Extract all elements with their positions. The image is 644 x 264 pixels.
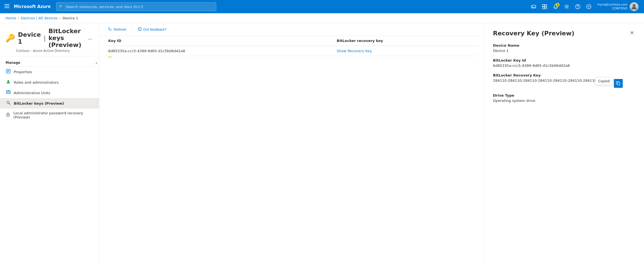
panel-device-name: Device Name Device 1 (493, 43, 635, 53)
cell-recovery-key: Show Recovery Key (333, 46, 478, 56)
more-options-button[interactable]: ... (86, 35, 94, 41)
drive-type-label: Drive Type (493, 93, 635, 97)
sidebar-roles-label: Roles and administrators (14, 80, 59, 85)
svg-point-12 (587, 4, 591, 9)
sidebar-manage-label: Manage (0, 56, 99, 66)
user-menu[interactable]: myra@contoso.com CONTOSO (595, 1, 641, 12)
refresh-button[interactable]: Refresh (105, 25, 130, 33)
page-header: 🔑 Device 1 | BitLocker keys (Preview) ..… (0, 23, 99, 56)
title-separator: | (44, 35, 46, 41)
panel-bitlocker-key-id: BitLocker Key Id 6d85335a-ccc5-4399-9d65… (493, 58, 635, 68)
cloud-shell-button[interactable] (529, 2, 539, 12)
svg-point-30 (139, 28, 139, 29)
sidebar-item-admin-units[interactable]: Administrative Units (0, 88, 99, 98)
admin-units-icon (6, 90, 11, 96)
content-area: 🔑 Device 1 | BitLocker keys (Preview) ..… (0, 23, 644, 264)
svg-point-28 (8, 115, 8, 116)
roles-icon (6, 80, 11, 85)
sidebar-item-bitlocker[interactable]: BitLocker keys (Preview) (0, 98, 99, 109)
main-layout: Home › Devices | All devices › Device 1 … (0, 13, 644, 264)
breadcrumb-home[interactable]: Home (6, 16, 16, 20)
svg-rect-0 (4, 4, 9, 5)
panel-bitlocker-recovery-key: BitLocker Recovery Key 284110-284110-284… (493, 73, 635, 88)
nav-actions: 1 myra@contoso.com (529, 1, 641, 12)
feedback-icon (138, 27, 142, 32)
search-placeholder: Search resources, services, and docs (G+… (66, 5, 143, 9)
directory-button[interactable] (540, 2, 550, 12)
properties-icon (6, 69, 11, 75)
sidebar-bitlocker-label: BitLocker keys (Preview) (14, 101, 64, 105)
global-search[interactable]: 🔍 Search resources, services, and docs (… (56, 2, 216, 11)
sidebar-item-properties[interactable]: Properties (0, 67, 99, 77)
sidebar-admin-units-label: Administrative Units (14, 91, 50, 95)
table-header-row: Key ID BitLocker recovery key (105, 36, 478, 46)
bitlocker-key-id-value: 6d85335a-ccc5-4399-9d65-d1c5b06d42a8 (493, 64, 635, 68)
right-panel: Recovery Key (Preview) ✕ Device Name Dev… (484, 23, 644, 264)
svg-point-29 (138, 27, 141, 31)
svg-rect-21 (6, 91, 10, 94)
main-content: Refresh Got feedback? (99, 23, 484, 264)
refresh-label: Refresh (114, 27, 126, 31)
left-panel: 🔑 Device 1 | BitLocker keys (Preview) ..… (0, 23, 99, 264)
notification-count: 1 (556, 3, 559, 7)
cell-key-id: 6d85335a-ccc5-4399-9d65-d1c5b06d42a8 (105, 46, 333, 56)
brand-logo: Microsoft Azure (14, 4, 51, 9)
right-panel-header: Recovery Key (Preview) ✕ (493, 30, 635, 37)
svg-point-14 (589, 6, 590, 6)
sidebar-properties-label: Properties (14, 70, 32, 74)
svg-rect-6 (545, 4, 547, 6)
col-recovery-key: BitLocker recovery key (333, 36, 478, 46)
sidebar-item-local-admin[interactable]: Local administrator password recovery (P… (0, 109, 99, 122)
feedback-label: Got feedback? (143, 27, 167, 31)
user-avatar (630, 2, 638, 11)
top-navigation: Microsoft Azure 🔍 Search resources, serv… (0, 0, 644, 13)
svg-point-9 (566, 6, 568, 7)
copied-tooltip: Copied (595, 77, 613, 85)
panel-drive-type: Drive Type Operating system drive (493, 93, 635, 103)
right-panel-title: Recovery Key (Preview) (493, 30, 574, 37)
breadcrumb-current: Device 1 (62, 16, 78, 20)
close-panel-button[interactable]: ✕ (629, 30, 635, 36)
table-container: Key ID BitLocker recovery key 6d85335a-c… (99, 36, 484, 57)
svg-point-20 (7, 80, 9, 82)
copy-button[interactable] (614, 79, 623, 88)
feedback-nav-button[interactable] (584, 2, 594, 12)
settings-button[interactable] (562, 2, 572, 12)
bitlocker-recovery-label: BitLocker Recovery Key (493, 73, 635, 77)
search-icon: 🔍 (59, 5, 64, 9)
breadcrumb-sep-2: › (59, 16, 61, 20)
bitlocker-icon (6, 101, 11, 106)
device-name-value: Device 1 (493, 49, 635, 53)
page-title-device: Device 1 (18, 31, 41, 45)
bitlocker-table: Key ID BitLocker recovery key 6d85335a-c… (105, 36, 478, 56)
table-row: 6d85335a-ccc5-4399-9d65-d1c5b06d42a8 Sho… (105, 46, 478, 56)
drive-type-value: Operating system drive (493, 99, 635, 103)
device-name-label: Device Name (493, 43, 635, 47)
feedback-button[interactable]: Got feedback? (134, 25, 170, 33)
sidebar-collapse-button[interactable]: « (94, 60, 99, 66)
show-recovery-key-link[interactable]: Show Recovery Key (337, 49, 372, 53)
toolbar: Refresh Got feedback? (99, 23, 484, 36)
recovery-key-row: 284110-284110-284110-284110-284110-28411… (493, 78, 635, 88)
help-button[interactable] (573, 2, 583, 12)
sidebar-item-roles[interactable]: Roles and administrators (0, 77, 99, 88)
svg-rect-32 (617, 83, 620, 85)
svg-point-31 (140, 28, 141, 29)
svg-rect-2 (4, 7, 9, 8)
svg-rect-5 (542, 4, 544, 6)
bitlocker-key-id-label: BitLocker Key Id (493, 58, 635, 62)
notifications-button[interactable]: 1 (551, 2, 561, 12)
device-icon: 🔑 (6, 33, 15, 43)
hamburger-menu[interactable] (3, 2, 10, 11)
breadcrumb-all-devices[interactable]: Devices | All devices (21, 16, 58, 20)
breadcrumb: Home › Devices | All devices › Device 1 (0, 13, 644, 23)
breadcrumb-sep-1: › (18, 16, 19, 20)
bitlocker-recovery-value: 284110-284110-284110-284110-284110-28411… (493, 78, 612, 83)
progress-bar-container (105, 57, 478, 57)
col-key-id: Key ID (105, 36, 333, 46)
svg-rect-7 (542, 7, 544, 9)
svg-point-11 (578, 8, 578, 8)
user-org: CONTOSO (597, 7, 627, 10)
toolbar-divider (132, 26, 132, 33)
svg-point-15 (633, 4, 635, 7)
